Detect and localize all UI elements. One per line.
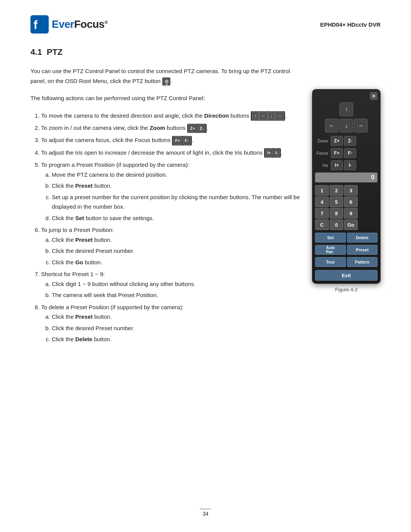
num-0-button[interactable]: 0 — [330, 219, 343, 230]
step-5d: Click the Set button to save the setting… — [52, 213, 301, 223]
direction-buttons-inline: ↑←↓→ — [251, 111, 285, 121]
step-5b: Click the Preset button. — [52, 181, 301, 191]
logo: f EverFocus® — [30, 15, 108, 34]
iris-plus-button[interactable]: I+ — [331, 160, 343, 170]
set-button[interactable]: Set — [315, 233, 346, 243]
step-6c: Click the Go button. — [52, 257, 301, 267]
figure-caption: Figure 4-2 — [335, 287, 357, 292]
num-9-button[interactable]: 9 — [344, 208, 358, 219]
page-number: 34 — [202, 511, 209, 517]
num-7-button[interactable]: 7 — [315, 208, 329, 219]
num-2-button[interactable]: 2 — [330, 185, 343, 196]
steps-list: To move the camera to the desired direct… — [30, 111, 301, 344]
step-5c: Set up a preset number for the current p… — [52, 192, 301, 212]
step-8: To delete a Preset Position (if supporte… — [41, 302, 301, 344]
svg-point-2 — [165, 80, 169, 83]
product-name: EPHD04+ HDcctv DVR — [320, 21, 381, 28]
num-3-button[interactable]: 3 — [344, 185, 358, 196]
ptz-close-button[interactable]: × — [370, 92, 378, 100]
step1-bold: Direction — [204, 112, 229, 119]
svg-text:f: f — [33, 18, 38, 32]
num-1-button[interactable]: 1 — [315, 185, 329, 196]
zoom-label: Zoom — [315, 139, 330, 143]
go-button[interactable]: Go — [344, 219, 358, 230]
focus-label: Focus — [315, 151, 330, 155]
iris-plus-btn: I+ — [265, 149, 272, 157]
step-5a: Move the PTZ camera to the desired posit… — [52, 170, 301, 180]
autopan-button[interactable]: AutoPan — [315, 245, 346, 255]
step-1: To move the camera to the desired direct… — [41, 111, 301, 121]
iris-minus-button[interactable]: I- — [344, 160, 356, 170]
dir-down: ↓ — [268, 112, 275, 120]
focus-plus-btn: F+ — [173, 136, 182, 145]
autopan-preset-row: AutoPan Preset — [315, 245, 378, 255]
step-5: To program a Preset Position (if support… — [41, 160, 301, 223]
page-footer: 34 — [200, 509, 211, 517]
tour-button[interactable]: Tour — [315, 257, 346, 267]
focus-minus-button[interactable]: F- — [344, 148, 356, 158]
zoom-row: Zoom Z+ Z- — [315, 136, 378, 146]
page: f EverFocus® EPHD04+ HDcctv DVR 4.1 PTZ … — [0, 0, 411, 532]
step-4: To adjust the Iris open to increase / de… — [41, 148, 301, 158]
step-8b: Click the desired Preset number. — [52, 323, 301, 333]
zoom-minus-button[interactable]: Z- — [344, 136, 356, 146]
footer-line — [200, 509, 211, 509]
dir-right: → — [275, 112, 284, 120]
step-2: To zoom in / out the camera view, click … — [41, 123, 301, 133]
exit-button[interactable]: Exit — [315, 270, 378, 281]
zoom-plus-btn: Z+ — [188, 124, 197, 133]
num-8-button[interactable]: 8 — [330, 208, 343, 219]
dir-left: ← — [259, 112, 268, 120]
section-title: 4.1 PTZ — [30, 47, 381, 57]
step-6b: Click the desired Preset number. — [52, 246, 301, 256]
iris-label: Iris — [315, 163, 330, 168]
intro-paragraph2: The following actions can be performed u… — [30, 93, 301, 103]
step-3: To adjust the camera focus, click the Fo… — [41, 135, 301, 145]
step-6a: Click the Preset button. — [52, 235, 301, 245]
svg-rect-3 — [166, 84, 168, 85]
preset-button[interactable]: Preset — [347, 245, 378, 255]
ptz-top-bar: × — [315, 92, 378, 100]
set-delete-row: Set Delete — [315, 233, 378, 243]
delete-button[interactable]: Delete — [347, 233, 378, 243]
logo-text: EverFocus® — [52, 18, 108, 30]
dir-right-button[interactable]: → — [354, 119, 368, 133]
iris-buttons-inline: I+I- — [264, 148, 281, 158]
focus-plus-button[interactable]: F+ — [331, 148, 343, 158]
dir-row: ← ↓ → — [325, 119, 368, 133]
zoom-buttons-inline: Z+Z- — [187, 124, 207, 133]
zoom-plus-button[interactable]: Z+ — [331, 136, 343, 146]
step-7a: Click digit 1 ~ 9 button without clickin… — [52, 279, 301, 289]
everfocus-logo-icon: f — [30, 15, 49, 34]
focus-buttons-inline: F+F- — [172, 136, 192, 145]
header: f EverFocus® EPHD04+ HDcctv DVR — [30, 15, 381, 34]
num-5-button[interactable]: 5 — [330, 197, 343, 207]
number-display: 0 — [315, 173, 378, 182]
step-8c: Click the Delete button. — [52, 334, 301, 344]
pattern-button[interactable]: Pattern — [347, 257, 378, 267]
numpad: 1 2 3 4 5 6 7 8 9 C 0 Go — [315, 185, 378, 230]
zoom-minus-btn: Z- — [198, 124, 206, 133]
dir-down-button[interactable]: ↓ — [339, 119, 353, 133]
focus-row: Focus F+ F- — [315, 148, 378, 158]
iris-row: Iris I+ I- — [315, 160, 378, 170]
ptz-button-icon — [162, 77, 170, 86]
dir-up: ↑ — [252, 112, 259, 120]
text-column: You can use the PTZ Control Panel to con… — [30, 66, 301, 347]
dir-left-button[interactable]: ← — [325, 119, 339, 133]
step-6: To jump to a Preset Position: Click the … — [41, 225, 301, 267]
tour-pattern-row: Tour Pattern — [315, 257, 378, 267]
right-column: × ↑ ← ↓ → Zoom Z+ Z- — [312, 89, 381, 292]
dir-up-button[interactable]: ↑ — [339, 102, 353, 116]
step-8a: Click the Preset button. — [52, 312, 301, 322]
num-4-button[interactable]: 4 — [315, 197, 329, 207]
iris-minus-btn: I- — [274, 149, 280, 157]
step2-bold: Zoom — [150, 125, 165, 131]
content-area: You can use the PTZ Control Panel to con… — [30, 66, 381, 347]
step-7: Shortcut for Preset 1 ~ 9: Click digit 1… — [41, 269, 301, 300]
focus-minus-btn: F- — [183, 136, 191, 145]
num-c-button[interactable]: C — [315, 219, 329, 230]
ptz-panel: × ↑ ← ↓ → Zoom Z+ Z- — [312, 89, 381, 284]
num-6-button[interactable]: 6 — [344, 197, 358, 207]
intro-paragraph1: You can use the PTZ Control Panel to con… — [30, 66, 301, 86]
